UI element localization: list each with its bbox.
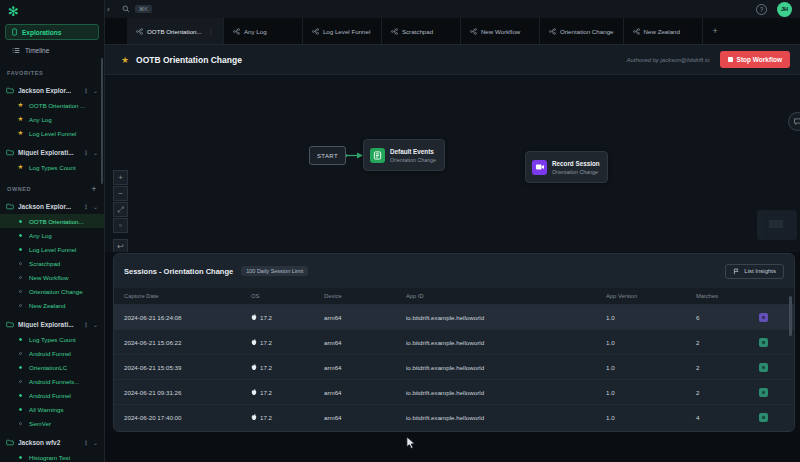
item-label: Any Log — [29, 232, 52, 239]
zoom-in-button[interactable]: + — [113, 170, 128, 185]
app-version-cell: 1.0 — [606, 314, 696, 321]
fit-view-button[interactable]: ⤢ — [113, 202, 128, 217]
tab-menu-icon[interactable]: ⋮ — [208, 28, 214, 35]
sidebar-workflow-item[interactable]: Histogram Test — [0, 450, 104, 462]
avatar[interactable]: JH — [777, 2, 792, 17]
sidebar-workflow-item[interactable]: OrientationLC — [0, 360, 104, 374]
add-folder-button[interactable]: + — [91, 184, 97, 194]
column-header: App ID — [406, 293, 606, 299]
chevron-down-icon[interactable]: ⌄ — [93, 321, 98, 328]
item-label: Any Log — [29, 116, 52, 123]
workflow-tab[interactable]: Scratchpad — [381, 18, 460, 44]
chevron-down-icon[interactable]: ⌄ — [93, 149, 98, 156]
sidebar-folder[interactable]: Jackson Explor... ⋮ ⌄ — [0, 199, 104, 214]
sidebar-workflow-item[interactable]: Android Funnels... — [0, 374, 104, 388]
session-replay-icon[interactable] — [759, 338, 768, 347]
session-row[interactable]: 2024-06-21 09:31:26 17.2 arm64 io.bitdri… — [114, 379, 794, 404]
item-icon — [17, 276, 24, 279]
canvas-minimap[interactable] — [757, 210, 797, 240]
workflow-tab[interactable]: New Workflow — [460, 18, 539, 44]
chevron-down-icon[interactable]: ⌄ — [93, 439, 98, 446]
lock-canvas-button[interactable]: ▫ — [113, 218, 128, 233]
sidebar-workflow-item[interactable]: New Workflow — [0, 270, 104, 284]
canvas-extra-button[interactable]: ↩ — [113, 239, 128, 252]
sidebar-workflow-item[interactable]: Android Funnel — [0, 346, 104, 360]
sidebar-scrollbar[interactable] — [101, 58, 103, 184]
sidebar-folder[interactable]: Miguel Explorati... ⋮ ⌄ — [0, 317, 104, 332]
workflow-dot-icon — [19, 220, 22, 223]
session-row[interactable]: 2024-06-21 15:05:39 17.2 arm64 io.bitdri… — [114, 354, 794, 379]
session-replay-icon[interactable] — [759, 363, 768, 372]
sidebar-workflow-item[interactable]: Log Types Count — [0, 332, 104, 346]
sidebar-workflow-item[interactable]: ★ Log Level Funnel — [0, 126, 104, 140]
sidebar-item-explorations[interactable]: Explorations — [5, 24, 99, 40]
add-tab-button[interactable]: + — [702, 18, 728, 44]
record-session-node[interactable]: Record Session Orientation Change — [525, 151, 608, 183]
favorite-star-icon[interactable]: ★ — [121, 55, 129, 65]
stop-workflow-button[interactable]: Stop Workflow — [720, 51, 790, 68]
item-icon — [17, 366, 24, 369]
sidebar-section-header: FAVORITES — [7, 67, 97, 78]
matches-cell: 2 — [696, 389, 759, 396]
device-cell: arm64 — [324, 314, 406, 321]
sidebar-workflow-item[interactable]: ★ Log Types Count — [0, 160, 104, 174]
sidebar: ✻ Explorations Timeline FAVORITES Jackso… — [0, 0, 105, 462]
device-cell: arm64 — [324, 414, 406, 421]
session-replay-icon[interactable] — [759, 413, 768, 422]
sidebar-workflow-item[interactable]: New Zealand — [0, 298, 104, 312]
session-replay-icon[interactable] — [759, 388, 768, 397]
os-cell: 17.2 — [251, 414, 324, 421]
folder-menu-icon[interactable]: ⋮ — [83, 203, 89, 210]
item-label: Log Types Count — [29, 336, 76, 343]
item-icon — [17, 380, 24, 383]
search-bar[interactable]: ⌘K — [122, 5, 756, 13]
start-node[interactable]: START — [309, 146, 346, 165]
workflow-dot-icon — [19, 290, 22, 293]
workflow-dot-icon — [19, 248, 22, 251]
app-id-cell: io.bitdrift.example.helloworld — [406, 414, 606, 421]
folder-menu-icon[interactable]: ⋮ — [83, 439, 89, 446]
workflow-tab[interactable]: OOTB Orientation... ⋮ — [127, 18, 223, 44]
session-replay-icon[interactable] — [759, 313, 768, 322]
sidebar-folder[interactable]: Jackson wfv2 ⋮ ⌄ — [0, 435, 104, 450]
table-scrollbar[interactable] — [789, 296, 792, 336]
sidebar-workflow-item[interactable]: ★ Any Log — [0, 112, 104, 126]
chevron-down-icon[interactable]: ⌄ — [93, 203, 98, 210]
sidebar-workflow-item[interactable]: Orientation Change — [0, 284, 104, 298]
sidebar-item-timeline[interactable]: Timeline — [5, 42, 99, 58]
list-insights-button[interactable]: List Insights — [725, 264, 784, 279]
sidebar-workflow-item[interactable]: Log Level Funnel — [0, 242, 104, 256]
sidebar-workflow-item[interactable]: All Warnings — [0, 402, 104, 416]
sidebar-workflow-item[interactable]: ★ OOTB Orientation ... — [0, 98, 104, 112]
folder-label: Jackson Explor... — [18, 203, 79, 210]
session-row[interactable]: 2024-06-20 17:40:00 17.2 arm64 io.bitdri… — [114, 404, 794, 429]
folder-menu-icon[interactable]: ⋮ — [83, 321, 89, 328]
folder-menu-icon[interactable]: ⋮ — [83, 149, 89, 156]
workflow-canvas[interactable]: + − ⤢ ▫ ↩ START Default Events Orientati… — [105, 75, 800, 252]
bottom-strip — [105, 432, 800, 462]
sidebar-workflow-item[interactable]: Android Funnel — [0, 388, 104, 402]
folder-icon — [6, 321, 14, 328]
workflow-tab[interactable]: Log Level Funnel — [302, 18, 381, 44]
sidebar-workflow-item[interactable]: Scratchpad — [0, 256, 104, 270]
column-header: Matches — [696, 293, 759, 299]
sidebar-folder[interactable]: Miguel Explorati... ⋮ ⌄ — [0, 145, 104, 160]
node-title: Record Session — [552, 159, 600, 168]
session-row[interactable]: 2024-06-21 15:06:22 17.2 arm64 io.bitdri… — [114, 329, 794, 354]
session-row[interactable]: 2024-06-21 16:24:08 17.2 arm64 io.bitdri… — [114, 304, 794, 329]
comments-button[interactable] — [788, 112, 800, 131]
chevron-down-icon[interactable]: ⌄ — [93, 87, 98, 94]
sidebar-workflow-item[interactable]: SemVer — [0, 416, 104, 430]
collapse-sidebar-icon[interactable]: ‹ — [107, 5, 110, 14]
zoom-out-button[interactable]: − — [113, 186, 128, 201]
workflow-tab[interactable]: New Zealand — [623, 18, 702, 44]
sidebar-workflow-item[interactable]: Any Log — [0, 228, 104, 242]
help-button[interactable]: ? — [756, 4, 767, 15]
workflow-dot-icon — [19, 338, 22, 341]
folder-menu-icon[interactable]: ⋮ — [83, 87, 89, 94]
sidebar-workflow-item[interactable]: OOTB Orientation... — [0, 214, 104, 228]
sidebar-folder[interactable]: Jackson Explor... ⋮ ⌄ — [0, 83, 104, 98]
workflow-tab[interactable]: Any Log — [223, 18, 302, 44]
default-events-node[interactable]: Default Events Orientation Change — [363, 139, 445, 171]
workflow-tab[interactable]: Orientation Change — [539, 18, 623, 44]
